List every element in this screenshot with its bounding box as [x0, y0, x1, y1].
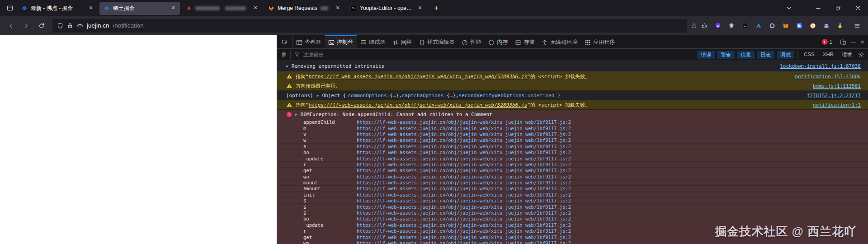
- stack-frame-link[interactable]: https://lf-web-assets.juejin.cn/obj/juej…: [357, 186, 571, 191]
- list-all-tabs-button[interactable]: [781, 0, 797, 16]
- devtools-tab-应用程序[interactable]: 应用程序: [581, 35, 618, 48]
- dark-ghost-extension-icon[interactable]: [741, 21, 750, 30]
- stack-frame-function: $: [303, 144, 357, 149]
- stack-frame-link[interactable]: https://lf-web-assets.juejin.cn/obj/juej…: [357, 192, 571, 197]
- stack-frame-link[interactable]: https://lf-web-assets.juejin.cn/obj/juej…: [357, 240, 571, 244]
- source-link[interactable]: bdms.js:1:113581: [807, 83, 861, 89]
- devtools-tab-控制台[interactable]: 控制台: [325, 35, 357, 48]
- new-tab-button[interactable]: +: [429, 2, 443, 14]
- stack-frame-link[interactable]: https://lf-web-assets.juejin.cn/obj/juej…: [357, 131, 571, 137]
- source-link[interactable]: notification:157:43006: [788, 74, 861, 80]
- close-window-button[interactable]: [848, 0, 868, 16]
- back-button[interactable]: [4, 19, 18, 33]
- stack-frame: mhttps://lf-web-assets.juejin.cn/obj/jue…: [277, 125, 868, 131]
- source-link[interactable]: lockdown-install.js:1:87038: [774, 63, 861, 69]
- stack-frame-link[interactable]: https://lf-web-assets.juejin.cn/obj/juej…: [357, 204, 571, 210]
- minimize-button[interactable]: [808, 0, 828, 16]
- filter-category-button[interactable]: CSS: [801, 51, 817, 59]
- pick-element-button[interactable]: [277, 35, 292, 48]
- clear-console-button[interactable]: [281, 52, 287, 58]
- filter-category-button[interactable]: XHR: [820, 51, 836, 59]
- tab-close-button[interactable]: ×: [251, 4, 259, 12]
- devtools-tab-内存[interactable]: 内存: [485, 35, 511, 48]
- source-link[interactable]: notification:1:1: [807, 102, 861, 108]
- browser-tab[interactable]: 稀土掘金×: [99, 2, 180, 15]
- filter-category-button[interactable]: 请求: [839, 51, 855, 59]
- stack-frame-link[interactable]: https://lf-web-assets.juejin.cn/obj/juej…: [357, 174, 571, 179]
- permissions-pill-icon[interactable]: [77, 23, 83, 29]
- stack-frame-link[interactable]: https://lf-web-assets.juejin.cn/obj/juej…: [357, 235, 571, 240]
- bookmark-star-icon[interactable]: ☆: [691, 21, 697, 30]
- stack-frame-link[interactable]: https://lf-web-assets.juejin.cn/obj/juej…: [357, 180, 571, 185]
- stack-frame-link[interactable]: https://lf-web-assets.juejin.cn/obj/juej…: [357, 210, 571, 216]
- translate-extension-icon[interactable]: [754, 21, 763, 30]
- restore-button[interactable]: [828, 0, 848, 16]
- stack-frame-link[interactable]: https://lf-web-assets.juejin.cn/obj/juej…: [357, 119, 571, 125]
- tab-close-button[interactable]: ×: [416, 4, 424, 12]
- filter-level-button[interactable]: 警告: [717, 51, 735, 59]
- stack-frame-link[interactable]: https://lf-web-assets.juejin.cn/obj/juej…: [357, 156, 571, 161]
- filter-level-button[interactable]: 信息: [737, 51, 755, 59]
- stack-frame-link[interactable]: https://lf-web-assets.juejin.cn/obj/juej…: [357, 198, 571, 203]
- orange-circle-extension-icon[interactable]: [808, 21, 817, 30]
- devtools-toolbar-right: ! 1 ⋯ ×: [822, 35, 868, 48]
- thumbs-up-extension-icon[interactable]: [700, 21, 709, 30]
- gray-shield-extension-icon[interactable]: [727, 21, 736, 30]
- firefox-view-button[interactable]: [4, 2, 16, 14]
- script-url-link[interactable]: https://lf-web-assets.juejin.cn/obj/juej…: [309, 74, 527, 80]
- devtools-menu-button[interactable]: ⋯: [850, 38, 857, 46]
- console-settings-gear-icon[interactable]: [858, 52, 864, 58]
- https-lock-icon[interactable]: [67, 23, 73, 29]
- stack-frame-link[interactable]: https://lf-web-assets.juejin.cn/obj/juej…: [357, 137, 571, 143]
- tab-close-button[interactable]: ×: [169, 4, 177, 12]
- stack-frame-link[interactable]: https://lf-web-assets.juejin.cn/obj/juej…: [357, 150, 571, 155]
- stack-frame-function: m: [303, 126, 357, 131]
- filter-output-input[interactable]: 过滤输出: [294, 52, 324, 58]
- tab-close-button[interactable]: ×: [334, 4, 342, 12]
- browser-tab[interactable]: Merge Requests×: [264, 2, 344, 15]
- error-count-badge[interactable]: ! 1: [822, 39, 833, 45]
- browser-tab[interactable]: ×: [182, 2, 262, 15]
- script-url-link[interactable]: https://lf-web-assets.juejin.cn/obj/juej…: [309, 102, 527, 108]
- purple-ghost-extension-icon[interactable]: [822, 21, 831, 30]
- stack-frame-link[interactable]: https://lf-web-assets.juejin.cn/obj/juej…: [357, 228, 571, 234]
- expand-caret-icon[interactable]: ▶: [295, 113, 297, 117]
- devtools-tab-样式编辑器[interactable]: {}样式编辑器: [415, 35, 458, 48]
- purple-shield-12-extension-icon[interactable]: 12: [713, 21, 722, 30]
- devtools-tab-网络[interactable]: 网络: [389, 35, 415, 48]
- tracking-protection-shield-icon[interactable]: [57, 23, 63, 29]
- devtools-tab-性能[interactable]: 性能: [458, 35, 485, 48]
- devtools-tab-查看器[interactable]: 查看器: [292, 35, 325, 48]
- close-devtools-button[interactable]: ×: [860, 38, 864, 46]
- stack-frame-link[interactable]: https://lf-web-assets.juejin.cn/obj/juej…: [357, 216, 571, 221]
- expand-caret-icon[interactable]: ▶: [286, 64, 288, 68]
- source-link[interactable]: f278152.js:2:21217: [801, 93, 861, 99]
- expand-caret-icon[interactable]: ▶: [317, 94, 319, 98]
- tab-close-button[interactable]: ×: [87, 4, 95, 12]
- app-menu-button[interactable]: [850, 19, 864, 33]
- medal-extension-icon[interactable]: [835, 21, 844, 30]
- devtools-tab-label: 无障碍环境: [550, 38, 577, 46]
- blue-lock-extension-icon[interactable]: [795, 21, 804, 30]
- filter-level-button[interactable]: 调试: [777, 51, 794, 59]
- stack-frame-link[interactable]: https://lf-web-assets.juejin.cn/obj/juej…: [357, 126, 571, 131]
- stack-frame-link[interactable]: https://lf-web-assets.juejin.cn/obj/juej…: [357, 162, 571, 167]
- stack-frame-link[interactable]: https://lf-web-assets.juejin.cn/obj/juej…: [357, 144, 571, 149]
- ring-extension-icon[interactable]: [768, 21, 777, 30]
- stack-frame-link[interactable]: https://lf-web-assets.juejin.cn/obj/juej…: [357, 168, 571, 173]
- forward-button[interactable]: [19, 19, 33, 33]
- responsive-design-mode-button[interactable]: [840, 39, 846, 45]
- browser-tab[interactable]: 最新 - 沸点 - 掘金×: [17, 2, 98, 15]
- reload-button[interactable]: [34, 19, 49, 33]
- devtools-tab-无障碍环境[interactable]: 无障碍环境: [538, 35, 581, 48]
- filter-level-button[interactable]: 日志: [757, 51, 774, 59]
- url-bar[interactable]: juejin.cn/notification: [52, 19, 687, 33]
- metamask-extension-icon[interactable]: [781, 21, 790, 30]
- filter-level-button[interactable]: 错误: [697, 51, 715, 59]
- devtools-tab-调试器[interactable]: 调试器: [357, 35, 389, 48]
- stack-frame-function: $: [303, 210, 357, 216]
- stack-frame: gethttps://lf-web-assets.juejin.cn/obj/j…: [277, 167, 868, 173]
- stack-frame-link[interactable]: https://lf-web-assets.juejin.cn/obj/juej…: [357, 222, 571, 228]
- browser-tab[interactable]: YoYoopta-Editor - open-source×: [346, 2, 427, 15]
- devtools-tab-存储[interactable]: 存储: [511, 35, 538, 48]
